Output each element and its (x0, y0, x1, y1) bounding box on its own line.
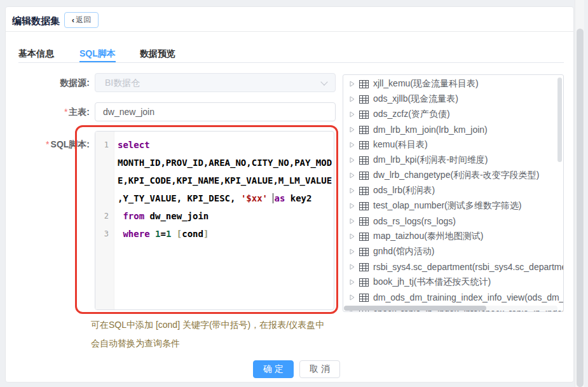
code-line: 2 from dw_new_join (95, 207, 334, 225)
tree-item-label: ods_lrb(利润表) (373, 185, 435, 196)
page: { "header": { "title": "编辑数据集", "back_ic… (0, 0, 588, 387)
tab-sql-script[interactable]: SQL脚本 (79, 45, 116, 62)
table-icon (359, 156, 369, 165)
required-asterisk: * (64, 107, 67, 117)
sql-editor[interactable]: 1selectMONTH_ID,PROV_ID,AREA_NO,CITY_NO,… (95, 131, 334, 310)
tree-item[interactable]: test_olap_number(测试多维数字筛选) (343, 198, 563, 214)
caret-right-icon (350, 203, 355, 209)
caret-right-icon (350, 279, 355, 285)
caret-right-icon (350, 218, 355, 224)
tab-label: 数据预览 (140, 48, 175, 58)
datasource-select[interactable]: BI数据仓 (95, 73, 336, 92)
tree-item-label: dw_lrb_changetype(利润表-改变字段类型) (373, 170, 539, 181)
tree-item[interactable]: dw_lrb_changetype(利润表-改变字段类型) (343, 168, 563, 183)
datasource-label: 数据源: (18, 78, 90, 89)
code-text: MONTH_ID,PROV_ID,AREA_NO,CITY_NO,PAY_MOD (114, 154, 334, 172)
main-table-input[interactable] (95, 102, 336, 121)
tree-item[interactable]: rsbi_sys4.sc_department(rsbi_sys4.sc_dep… (343, 259, 563, 275)
table-icon (359, 141, 369, 149)
caret-right-icon (350, 96, 355, 102)
tree-item-label: rsbi_sys4.sc_department(rsbi_sys4.sc_dep… (373, 262, 563, 272)
tree-vertical-scrollbar-thumb[interactable] (557, 78, 562, 162)
table-icon (359, 233, 369, 241)
tree-item-label: gnhd(馆内活动) (373, 246, 434, 257)
tree-item-label: xjll_kemu(现金流量科目表) (373, 78, 479, 90)
caret-right-icon (350, 248, 355, 255)
caret-right-icon (350, 172, 355, 179)
tree-item-label: dm_lrb_kpi(利润表-时间维度) (373, 154, 488, 166)
line-number: 2 (95, 207, 114, 225)
code-text: select (114, 136, 334, 154)
cancel-button[interactable]: 取 消 (299, 360, 340, 378)
header-divider (6, 31, 573, 32)
caret-right-icon (350, 111, 355, 118)
code-text: from dw_new_join (114, 207, 334, 225)
table-icon (359, 217, 369, 226)
table-icon (359, 294, 369, 302)
datasource-label-text: 数据源: (60, 78, 90, 88)
table-icon (359, 172, 369, 180)
table-icon (359, 202, 369, 210)
table-icon (359, 80, 369, 88)
table-icon (359, 126, 369, 134)
table-tree-list: xjll_kemu(现金流量科目表) ods_xjllb(现金流量表) ods_… (343, 76, 563, 312)
tree-item[interactable]: map_taizhou(泰州地图测试) (343, 229, 563, 244)
cond-hint-line: 可在SQL中添加 [cond] 关键字(带中括号)，在报表/仪表盘中 (91, 316, 358, 334)
back-button-label: 返回 (76, 15, 91, 25)
chevron-down-icon (320, 78, 327, 85)
edit-dataset-panel: 编辑数据集 ‹ 返回 基本信息 SQL脚本 数据预览 数据源: BI数据仓 *主… (5, 6, 574, 383)
code-line: E,KPI_CODE,KPI_NAME,KPI_VALUE,M_LM_VALUE (95, 172, 334, 189)
back-chevron-icon: ‹ (72, 16, 74, 24)
page-scrollbar-thumb[interactable] (577, 29, 584, 387)
tree-item[interactable]: ods_rs_logs(rs_logs) (343, 214, 563, 229)
back-button[interactable]: ‹ 返回 (64, 12, 99, 28)
table-tree-panel: xjll_kemu(现金流量科目表) ods_xjllb(现金流量表) ods_… (343, 74, 564, 312)
caret-right-icon (350, 142, 355, 148)
tree-item[interactable]: dm_lrb_km_join(lrb_km_join) (343, 122, 563, 137)
code-line: MONTH_ID,PROV_ID,AREA_NO,CITY_NO,PAY_MOD (95, 154, 334, 172)
tree-item-label: map_taizhou(泰州地图测试) (373, 231, 484, 242)
code-line: 1select (95, 136, 334, 154)
tree-item[interactable]: ods_lrb(利润表) (343, 183, 563, 198)
sql-editor-lines: 1selectMONTH_ID,PROV_ID,AREA_NO,CITY_NO,… (95, 132, 334, 243)
required-asterisk: * (46, 139, 49, 149)
caret-right-icon (350, 233, 355, 240)
caret-right-icon (350, 264, 355, 270)
table-icon (359, 263, 369, 271)
caret-right-icon (350, 294, 355, 301)
page-scrollbar[interactable] (575, 0, 584, 387)
tree-item[interactable]: ods_xjllb(现金流量表) (343, 92, 563, 107)
line-number: 3 (95, 225, 114, 243)
tab-data-preview[interactable]: 数据预览 (140, 45, 175, 62)
code-line: ,Y_TY_VALUE, KPI_DESC, '$xx' as key2 (95, 189, 334, 207)
tree-item[interactable]: dm_lrb_kpi(利润表-时间维度) (343, 153, 563, 168)
tree-item[interactable]: xjll_kemu(现金流量科目表) (343, 76, 563, 92)
confirm-button[interactable]: 确 定 (253, 360, 294, 378)
tab-basic-info[interactable]: 基本信息 (18, 45, 54, 62)
main-table-label: *主表: (18, 107, 90, 118)
line-number (95, 189, 114, 207)
table-icon (359, 278, 369, 287)
datasource-value: BI数据仓 (105, 78, 140, 88)
tree-horizontal-scrollbar-thumb[interactable] (344, 306, 486, 311)
tree-item-label: kemu(科目表) (373, 139, 428, 151)
line-number (95, 172, 114, 189)
code-text: ,Y_TY_VALUE, KPI_DESC, '$xx' as key2 (114, 189, 334, 207)
caret-right-icon (350, 157, 355, 163)
tree-horizontal-scrollbar[interactable] (344, 306, 557, 311)
tree-item-label: ods_zcfz(资产负债) (373, 109, 450, 120)
tree-item[interactable]: ods_zcfz(资产负债) (343, 107, 563, 122)
main-table-label-text: 主表: (69, 107, 90, 117)
tree-item[interactable]: book_jh_tj(书本借还按天统计) (343, 275, 563, 290)
table-icon (359, 248, 369, 256)
tree-item-label: dm_lrb_km_join(lrb_km_join) (373, 125, 488, 135)
tree-item[interactable]: gnhd(馆内活动) (343, 244, 563, 259)
tree-item-label: dm_ods_dm_training_index_info_view(ods_d… (373, 292, 563, 302)
caret-right-icon (350, 81, 355, 87)
tab-label: 基本信息 (18, 48, 54, 58)
tree-item[interactable]: kemu(科目表) (343, 137, 563, 153)
tree-item[interactable]: dm_ods_dm_training_index_info_view(ods_d… (343, 290, 563, 305)
cond-hint-line: 会自动替换为查询条件 (91, 334, 358, 353)
caret-right-icon (350, 187, 355, 194)
code-text: where 1=1 [cond] (114, 225, 334, 243)
